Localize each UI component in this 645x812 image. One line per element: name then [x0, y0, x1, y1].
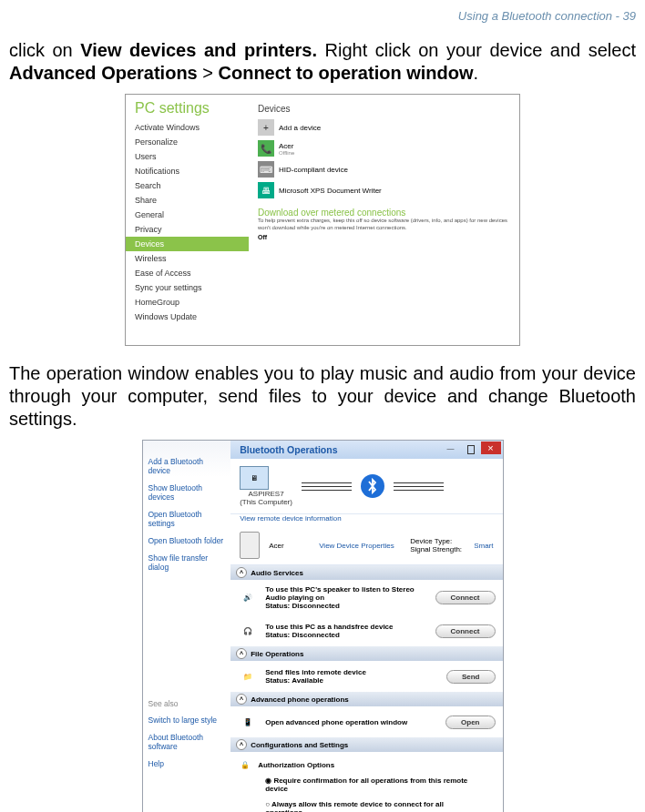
sidebar-item-devices[interactable]: Devices — [126, 237, 249, 251]
file-row: 📁 Send files into remote device Status: … — [230, 661, 502, 692]
collapse-icon: ^ — [236, 694, 247, 705]
remote-device-row: Acer View Device Properties Device Type:… — [230, 526, 502, 565]
lock-icon: 🔒 — [238, 757, 252, 772]
phone-row: 📱 Open advanced phone operation window O… — [230, 706, 502, 737]
pc-settings-sidebar: PC settings Activate Windows Personalize… — [126, 95, 249, 345]
instruction-paragraph-1: click on View devices and printers. Righ… — [9, 39, 636, 85]
maximize-icon — [467, 445, 475, 454]
device-name: Acer — [279, 142, 294, 150]
send-button[interactable]: Send — [446, 670, 496, 684]
view-props-link[interactable]: View Device Properties — [319, 542, 401, 550]
phone-icon: 📞 — [258, 140, 274, 157]
sidebar-item-search[interactable]: Search — [126, 178, 249, 193]
side-link-add[interactable]: Add a Bluetooth device — [148, 457, 226, 475]
speaker-icon: 🔊 — [238, 588, 258, 608]
side-link-show[interactable]: Show Bluetooth devices — [148, 483, 226, 502]
sidebar-item-users[interactable]: Users — [126, 149, 249, 164]
device-status: Offline — [279, 150, 294, 156]
dev-type-label: Device Type: — [410, 537, 452, 545]
sidebar-item-general[interactable]: General — [126, 208, 249, 222]
auth-block: 🔒 Authorization Options ◉ Require confir… — [230, 752, 502, 812]
device-row[interactable]: ⌨ HID-compliant device — [258, 161, 510, 178]
p1-b3: Connect to operation window — [219, 63, 474, 83]
open-button[interactable]: Open — [445, 716, 495, 729]
sidebar-item-privacy[interactable]: Privacy — [126, 222, 249, 237]
side-link-about[interactable]: About Bluetooth software — [148, 733, 226, 751]
conf-section-label: Configurations and Settings — [251, 741, 348, 749]
add-device-row[interactable]: + Add a device — [258, 119, 510, 136]
auth-radio-always[interactable]: ○ Always allow this remote device to con… — [238, 797, 495, 812]
file-section-label: File Operations — [251, 650, 303, 658]
signal-label: Signal Strength: — [410, 545, 465, 553]
device-name: Microsoft XPS Document Writer — [279, 187, 382, 195]
sidebar-item-sync[interactable]: Sync your settings — [126, 280, 249, 295]
device-row[interactable]: 📞 Acer Offline — [258, 140, 510, 157]
pc-settings-screenshot: PC settings Activate Windows Personalize… — [125, 94, 520, 346]
p1-pre: click on — [9, 40, 80, 60]
connect-button[interactable]: Connect — [435, 624, 496, 638]
dev-type-value: Smart — [474, 542, 493, 550]
collapse-icon: ^ — [236, 567, 247, 578]
sidebar-item-update[interactable]: Windows Update — [126, 310, 249, 324]
device-row[interactable]: 🖶 Microsoft XPS Document Writer — [258, 182, 510, 198]
side-link-folder[interactable]: Open Bluetooth folder — [148, 536, 226, 545]
remote-phone-icon — [240, 532, 260, 559]
p1-b2: Advanced Operations — [9, 63, 198, 83]
side-link-transfer[interactable]: Show file transfer dialog — [148, 553, 226, 572]
bluetooth-icon — [361, 474, 384, 498]
see-also-label: See also — [148, 699, 226, 708]
sidebar-item-notifications[interactable]: Notifications — [126, 164, 249, 178]
bt-side-panel: Add a Bluetooth device Show Bluetooth de… — [143, 441, 231, 812]
conf-section-header[interactable]: ^ Configurations and Settings — [230, 737, 502, 752]
plus-icon: + — [258, 119, 274, 136]
minimize-button[interactable]: — — [441, 442, 461, 454]
hid-icon: ⌨ — [258, 161, 274, 178]
connection-lines — [394, 482, 444, 491]
page-header: Using a Bluetooth connection - 39 — [9, 9, 636, 23]
audio1-title: To use this PC's speaker to listen to St… — [265, 585, 427, 602]
headset-icon: 🎧 — [238, 621, 258, 641]
phone-title: Open advanced phone operation window — [265, 718, 438, 726]
metered-note: To help prevent extra charges, keep this… — [258, 218, 510, 232]
view-remote-link[interactable]: View remote device information — [230, 514, 502, 526]
window-controls: — × — [441, 442, 501, 454]
toggle-off-label[interactable]: Off — [258, 234, 510, 240]
p1-b1: View devices and printers. — [80, 40, 317, 60]
connect-button[interactable]: Connect — [435, 591, 496, 604]
auth-radio-require[interactable]: ◉ Require confirmation for all operation… — [238, 774, 495, 796]
sidebar-item-homegroup[interactable]: HomeGroup — [126, 295, 249, 310]
phone-section-label: Advanced phone operations — [251, 695, 349, 704]
audio-row-1: 🔊 To use this PC's speaker to listen to … — [230, 580, 502, 615]
send-files-icon: 📁 — [238, 666, 258, 686]
audio-row-2: 🎧 To use this PC as a handsfree device S… — [230, 615, 502, 646]
phone-section-header[interactable]: ^ Advanced phone operations — [230, 692, 502, 706]
remote-name: Acer — [269, 542, 310, 550]
instruction-paragraph-2: The operation window enables you to play… — [9, 362, 636, 431]
file-section-header[interactable]: ^ File Operations — [230, 646, 502, 661]
side-link-help[interactable]: Help — [148, 759, 226, 768]
maximize-button[interactable] — [461, 442, 481, 454]
phone-op-icon: 📱 — [238, 712, 258, 732]
audio1-status: Status: Disconnected — [265, 602, 427, 610]
side-link-settings[interactable]: Open Bluetooth settings — [148, 510, 226, 528]
sidebar-item-wireless[interactable]: Wireless — [126, 251, 249, 266]
pairing-box: 🖥 ASPIRES7 (This Computer) — [230, 459, 502, 514]
computer-sub: (This Computer) — [240, 498, 292, 506]
collapse-icon: ^ — [236, 648, 247, 659]
sidebar-item-share[interactable]: Share — [126, 193, 249, 208]
devices-heading: Devices — [258, 104, 510, 114]
side-link-switch[interactable]: Switch to large style — [148, 716, 226, 725]
p1-gt: > — [198, 63, 219, 83]
sidebar-item-ease[interactable]: Ease of Access — [126, 266, 249, 280]
metered-heading: Download over metered connections — [258, 208, 510, 218]
collapse-icon: ^ — [236, 739, 247, 750]
close-button[interactable]: × — [481, 442, 501, 454]
file-title: Send files into remote device — [265, 668, 439, 676]
p1-end: . — [474, 63, 479, 83]
sidebar-item-personalize[interactable]: Personalize — [126, 135, 249, 149]
sidebar-item-activate[interactable]: Activate Windows — [126, 120, 249, 135]
bluetooth-operations-screenshot: — × Add a Bluetooth device Show Bluetoot… — [142, 440, 504, 812]
radio1-label: Require confirmation for all operations … — [265, 776, 467, 793]
p1-mid: Right click on your device and select — [317, 40, 636, 60]
audio-section-header[interactable]: ^ Audio Services — [230, 565, 502, 580]
